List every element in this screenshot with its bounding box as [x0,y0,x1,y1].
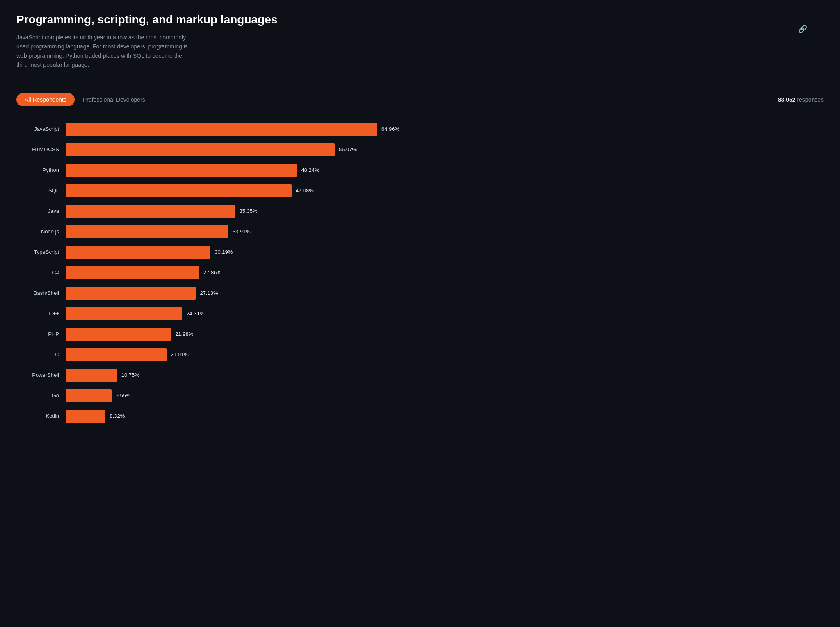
bar-fill [66,369,117,382]
bar-label: C [16,351,66,358]
bar-fill [66,225,228,238]
bar-value: 30.19% [215,249,233,255]
bar-label: Node.js [16,228,66,235]
bar-wrapper: 10.75% [66,369,824,382]
bar-label: TypeScript [16,249,66,255]
page-description: JavaScript completes its ninth year in a… [16,33,189,70]
chart-row: HTML/CSS56.07% [16,143,824,156]
bar-label: SQL [16,187,66,194]
bar-fill [66,348,167,361]
tab-professional-developers[interactable]: Professional Developers [81,93,147,106]
bar-label: Kotlin [16,413,66,419]
chart-row: Java35.35% [16,205,824,218]
bar-label: PHP [16,331,66,337]
chart-container: JavaScript64.96%HTML/CSS56.07%Python48.2… [16,123,824,423]
bar-value: 56.07% [339,146,357,153]
chart-row: C++24.31% [16,307,824,320]
bar-label: HTML/CSS [16,146,66,153]
bar-fill [66,143,335,156]
chart-row: PHP21.98% [16,328,824,341]
bar-fill [66,123,377,136]
bar-label: PowerShell [16,372,66,378]
bar-label: Bash/Shell [16,290,66,296]
bar-wrapper: 47.08% [66,184,824,197]
response-count-value: 83,052 [778,96,796,103]
bar-value: 8.32% [110,413,125,419]
bar-wrapper: 24.31% [66,307,824,320]
bar-value: 33.91% [233,228,251,235]
response-count-label: responses [797,96,824,103]
chart-row: Kotlin8.32% [16,410,824,423]
bar-fill [66,389,112,402]
chart-row: TypeScript30.19% [16,246,824,259]
response-count: 83,052 responses [778,96,824,103]
bar-value: 9.55% [116,392,131,399]
bar-fill [66,164,297,177]
bar-value: 27.13% [200,290,218,296]
filter-tabs: All Respondents Professional Developers [16,93,147,106]
bar-value: 21.01% [171,351,189,358]
link-icon[interactable]: 🔗 [798,25,807,34]
bar-wrapper: 35.35% [66,205,824,218]
tab-all-respondents[interactable]: All Respondents [16,93,75,106]
bar-fill [66,410,105,423]
chart-row: JavaScript64.96% [16,123,824,136]
bar-label: Java [16,208,66,214]
bar-label: C# [16,269,66,276]
bar-value: 10.75% [121,372,139,378]
bar-fill [66,184,292,197]
bar-value: 21.98% [175,331,193,337]
filter-bar: All Respondents Professional Developers … [16,93,824,106]
divider [16,83,824,83]
bar-wrapper: 8.32% [66,410,824,423]
bar-wrapper: 48.24% [66,164,824,177]
bar-fill [66,205,235,218]
chart-row: Python48.24% [16,164,824,177]
bar-value: 35.35% [240,208,258,214]
chart-row: SQL47.08% [16,184,824,197]
bar-value: 27.86% [203,269,221,276]
bar-label: Python [16,167,66,173]
bar-fill [66,328,171,341]
chart-row: C21.01% [16,348,824,361]
bar-value: 48.24% [301,167,319,173]
bar-fill [66,266,199,279]
chart-row: Bash/Shell27.13% [16,287,824,300]
bar-wrapper: 21.98% [66,328,824,341]
bar-wrapper: 27.13% [66,287,824,300]
bar-wrapper: 30.19% [66,246,824,259]
chart-row: PowerShell10.75% [16,369,824,382]
bar-label: C++ [16,310,66,317]
bar-value: 64.96% [381,126,399,132]
bar-wrapper: 64.96% [66,123,824,136]
bar-value: 47.08% [296,187,314,194]
bar-fill [66,287,196,300]
bar-label: Go [16,392,66,399]
bar-wrapper: 21.01% [66,348,824,361]
bar-wrapper: 56.07% [66,143,824,156]
bar-value: 24.31% [186,310,204,317]
page-title: Programming, scripting, and markup langu… [16,13,824,26]
bar-wrapper: 33.91% [66,225,824,238]
bar-fill [66,246,210,259]
bar-wrapper: 27.86% [66,266,824,279]
chart-row: Node.js33.91% [16,225,824,238]
chart-row: Go9.55% [16,389,824,402]
chart-row: C#27.86% [16,266,824,279]
bar-fill [66,307,182,320]
bar-label: JavaScript [16,126,66,132]
bar-wrapper: 9.55% [66,389,824,402]
